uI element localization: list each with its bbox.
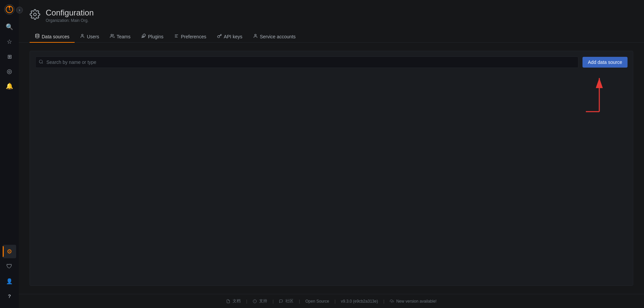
search-icon <box>39 60 43 65</box>
tab-users[interactable]: Users <box>75 31 105 43</box>
datasources-tab-icon <box>35 34 40 39</box>
footer-version: v9.3.0 (e9cb2a313e) <box>341 299 378 304</box>
tab-preferences[interactable]: Preferences <box>169 31 211 43</box>
sidebar-item-dashboards[interactable]: ⊞ <box>3 50 16 63</box>
svg-point-14 <box>255 34 256 36</box>
tab-preferences-label: Preferences <box>181 34 206 39</box>
sidebar-item-configuration[interactable]: ⚙ <box>3 245 16 258</box>
plugins-tab-icon <box>141 34 146 39</box>
explore-icon: ◎ <box>7 68 12 75</box>
sidebar: › 🔍 ☆ ⊞ ◎ 🔔 ⚙ 🛡 👤 ? <box>0 0 19 308</box>
page-header: Configuration Organization: Main Org. <box>19 0 644 23</box>
footer-open-source: Open Source <box>305 299 329 304</box>
main-content: Configuration Organization: Main Org. Da… <box>19 0 644 308</box>
help-icon: ? <box>8 293 11 299</box>
datasource-panel: Add data source <box>30 51 633 286</box>
star-icon: ☆ <box>7 38 12 45</box>
search-input-wrapper <box>35 56 578 68</box>
svg-point-6 <box>36 34 39 35</box>
search-input[interactable] <box>35 56 578 68</box>
sidebar-item-help[interactable]: ? <box>3 289 16 303</box>
add-datasource-button[interactable]: Add data source <box>582 57 628 68</box>
page-header-text: Configuration Organization: Main Org. <box>46 8 94 23</box>
tab-api-keys-label: API keys <box>224 34 242 39</box>
tab-service-accounts[interactable]: Service accounts <box>248 31 301 43</box>
sidebar-item-profile[interactable]: 👤 <box>3 274 16 288</box>
tab-data-sources-label: Data sources <box>42 34 69 39</box>
sidebar-item-starred[interactable]: ☆ <box>3 35 16 48</box>
svg-line-16 <box>42 63 43 64</box>
tab-data-sources[interactable]: Data sources <box>30 31 75 43</box>
footer-community: 社区 <box>279 298 293 304</box>
footer-new-version: New version available! <box>390 299 437 304</box>
sidebar-item-explore[interactable]: ◎ <box>3 65 16 78</box>
footer-support: 支持 <box>253 298 267 304</box>
sidebar-item-search[interactable]: 🔍 <box>3 20 16 34</box>
tab-plugins-label: Plugins <box>148 34 163 39</box>
shield-icon: 🛡 <box>6 263 12 270</box>
sidebar-nav: 🔍 ☆ ⊞ ◎ 🔔 <box>0 17 19 245</box>
sidebar-expand-button[interactable]: › <box>16 7 23 13</box>
service-accounts-tab-icon <box>253 34 258 39</box>
sidebar-item-server-admin[interactable]: 🛡 <box>3 260 16 273</box>
tab-teams-label: Teams <box>117 34 130 39</box>
page-title: Configuration <box>46 8 94 17</box>
tabs-nav: Data sources Users Teams <box>19 26 644 43</box>
search-bar-row: Add data source <box>35 56 628 68</box>
tab-service-accounts-label: Service accounts <box>260 34 296 39</box>
page-content: Add data source <box>19 43 644 294</box>
search-icon: 🔍 <box>6 23 13 31</box>
svg-point-8 <box>111 34 113 36</box>
tab-plugins[interactable]: Plugins <box>136 31 169 43</box>
dashboards-icon: ⊞ <box>7 53 12 60</box>
footer: 文档 | 支持 | 社区 | Open Source | v9.3.0 (e9c… <box>19 294 644 308</box>
api-keys-tab-icon <box>217 34 222 39</box>
svg-point-7 <box>82 34 83 36</box>
page-subtitle: Organization: Main Org. <box>46 18 94 23</box>
config-header-icon <box>30 9 40 22</box>
preferences-tab-icon <box>174 34 179 39</box>
svg-point-2 <box>9 6 10 8</box>
tab-api-keys[interactable]: API keys <box>212 31 248 43</box>
footer-doc: 文档 <box>226 298 241 304</box>
tab-users-label: Users <box>87 34 99 39</box>
svg-point-15 <box>39 60 42 63</box>
grafana-logo[interactable] <box>4 4 15 15</box>
svg-point-5 <box>34 13 36 16</box>
sidebar-item-alerting[interactable]: 🔔 <box>3 79 16 93</box>
profile-icon: 👤 <box>6 278 13 284</box>
arrow-annotation <box>579 68 606 116</box>
bell-icon: 🔔 <box>6 82 13 90</box>
teams-tab-icon <box>110 34 115 39</box>
sidebar-bottom: ⚙ 🛡 👤 ? <box>0 245 19 305</box>
tab-teams[interactable]: Teams <box>105 31 136 43</box>
users-tab-icon <box>80 34 85 39</box>
gear-icon: ⚙ <box>7 248 12 255</box>
